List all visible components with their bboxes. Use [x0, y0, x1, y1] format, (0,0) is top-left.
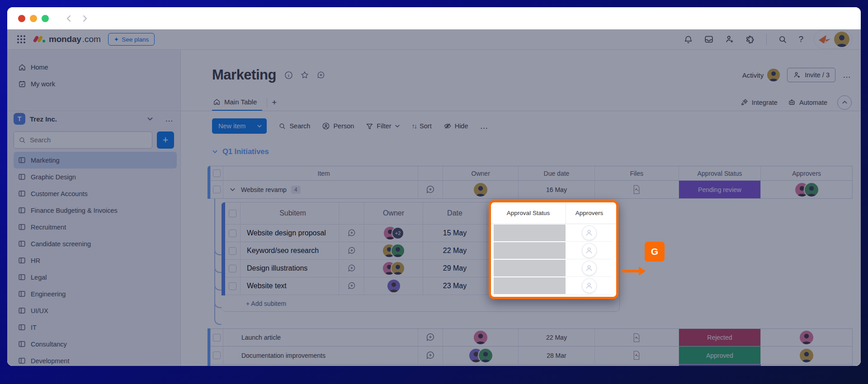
chevron-down-icon[interactable] — [147, 116, 153, 122]
date-cell[interactable]: 29 May — [423, 260, 487, 277]
approval-status-cell[interactable] — [494, 225, 566, 241]
invite-button[interactable]: Invite / 3 — [787, 68, 835, 82]
add-conversation-icon[interactable] — [347, 229, 356, 238]
subitem-name[interactable]: Keyword/seo research — [241, 242, 339, 259]
workspace-header[interactable]: T Trez Inc. … — [14, 112, 174, 126]
approvers-cell[interactable] — [566, 224, 613, 242]
approver-avatar[interactable] — [800, 331, 813, 344]
add-conversation-icon[interactable] — [425, 332, 435, 342]
row-checkbox[interactable] — [213, 334, 221, 342]
search-icon[interactable] — [778, 34, 788, 44]
sidebar-item-hr[interactable]: HR — [14, 252, 177, 269]
person-filter-button[interactable]: Person — [322, 122, 354, 130]
approvers-cell[interactable] — [566, 259, 613, 277]
date-cell[interactable]: 22 May — [423, 242, 487, 259]
approval-status-cell[interactable] — [494, 242, 566, 259]
select-all-checkbox[interactable] — [213, 169, 221, 177]
status-badge[interactable]: Approved — [679, 347, 761, 364]
new-item-dropdown[interactable] — [252, 118, 267, 134]
minimize-window-button[interactable] — [30, 15, 37, 22]
item-name[interactable]: Launch article — [223, 329, 418, 346]
favorite-star-icon[interactable] — [300, 70, 309, 80]
owner-cell[interactable] — [387, 280, 400, 292]
row-checkbox[interactable] — [229, 265, 236, 272]
item-name[interactable]: Website revamp — [241, 186, 287, 193]
toolbar-menu-icon[interactable]: … — [480, 122, 489, 131]
sidebar-item-graphic-design[interactable]: Graphic Design — [14, 169, 177, 185]
see-plans-button[interactable]: ✦ See plans — [108, 33, 155, 46]
row-checkbox[interactable] — [213, 351, 221, 359]
files-cell[interactable] — [595, 181, 679, 198]
owner-cell[interactable] — [383, 244, 404, 257]
status-badge[interactable]: Pending review — [679, 181, 761, 198]
add-conversation-icon[interactable] — [425, 185, 435, 195]
sidebar-item-recruitment[interactable]: Recruitment — [14, 219, 177, 235]
sidebar-item-customer-accounts[interactable]: Customer Accounts — [14, 185, 177, 202]
apps-marketplace-puzzle-icon[interactable] — [745, 34, 755, 44]
add-conversation-icon[interactable] — [347, 281, 356, 290]
add-view-button[interactable]: + — [272, 98, 277, 108]
apps-grid-icon[interactable] — [17, 35, 25, 43]
board-menu-icon[interactable]: … — [843, 70, 852, 80]
item-name[interactable]: Documentation improvements — [223, 347, 418, 364]
board-discussion-icon[interactable] — [316, 70, 326, 80]
owner-cell[interactable]: +2 — [384, 227, 403, 239]
sort-button[interactable]: ↑↓ Sort — [412, 122, 432, 130]
sidebar-item-development[interactable]: Development — [14, 352, 177, 366]
search-tool-button[interactable]: Search — [278, 122, 310, 130]
sidebar-item-candidate-screening[interactable]: Candidate screening — [14, 235, 177, 252]
due-date-cell[interactable]: 22 May — [519, 329, 595, 346]
info-icon[interactable] — [284, 71, 293, 80]
sidebar-item-home[interactable]: Home — [14, 59, 174, 75]
approvers-cell[interactable] — [566, 242, 613, 259]
profile-area[interactable] — [814, 30, 852, 48]
approver-avatar[interactable] — [800, 349, 813, 362]
invite-members-icon[interactable] — [725, 34, 735, 44]
integrate-button[interactable]: Integrate — [740, 98, 778, 107]
add-board-button[interactable]: + — [157, 131, 174, 149]
activity-button[interactable]: Activity — [742, 69, 780, 81]
new-item-button[interactable]: New item — [212, 118, 267, 134]
due-date-cell[interactable]: 28 Mar — [519, 347, 595, 364]
sidebar-item-legal[interactable]: Legal — [14, 269, 177, 286]
add-conversation-icon[interactable] — [347, 246, 356, 255]
owner-cell[interactable] — [383, 262, 404, 275]
row-checkbox[interactable] — [229, 282, 236, 290]
tab-main-table[interactable]: Main Table — [212, 94, 262, 111]
collapse-subitems-chevron-icon[interactable] — [230, 187, 236, 192]
add-conversation-icon[interactable] — [347, 264, 356, 273]
sidebar-item-it[interactable]: IT — [14, 319, 177, 336]
subitem-name[interactable]: Website design proposal — [241, 225, 339, 242]
sidebar-search-input[interactable] — [30, 136, 147, 144]
approval-status-cell[interactable] — [494, 260, 566, 276]
files-cell[interactable] — [595, 329, 679, 346]
approval-status-cell[interactable] — [494, 277, 566, 294]
files-cell[interactable] — [595, 347, 679, 364]
tour-step-marker[interactable]: G — [645, 242, 665, 262]
automate-button[interactable]: Automate — [788, 98, 827, 107]
row-checkbox[interactable] — [213, 186, 221, 193]
subitem-name[interactable]: Design illustrations — [241, 260, 339, 277]
chevron-down-icon[interactable] — [212, 149, 218, 155]
sidebar-item-my-work[interactable]: My work — [14, 75, 174, 92]
workspace-menu-icon[interactable]: … — [165, 114, 174, 124]
collapse-header-button[interactable] — [837, 95, 852, 110]
close-window-button[interactable] — [18, 15, 25, 22]
sidebar-item-uiux[interactable]: UI/UX — [14, 302, 177, 319]
monday-logo[interactable]: monday.com — [33, 34, 101, 44]
owner-avatar[interactable] — [474, 183, 487, 197]
hide-button[interactable]: Hide — [443, 122, 468, 130]
user-avatar[interactable] — [834, 32, 849, 47]
approvers-cell[interactable] — [566, 277, 613, 295]
group-header[interactable]: Q1 Initiatives — [212, 147, 269, 156]
owner-avatar[interactable] — [474, 331, 487, 344]
notifications-bell-icon[interactable] — [683, 34, 693, 44]
inbox-tray-icon[interactable] — [704, 34, 714, 44]
sidebar-item-consultancy[interactable]: Consultancy — [14, 336, 177, 352]
sidebar-search[interactable] — [14, 131, 152, 149]
select-all-subitems-checkbox[interactable] — [229, 210, 236, 217]
subitem-name[interactable]: Website text — [241, 277, 339, 295]
help-icon[interactable]: ? — [798, 34, 803, 44]
due-date-cell[interactable]: 16 May — [519, 181, 595, 198]
row-checkbox[interactable] — [229, 247, 236, 255]
